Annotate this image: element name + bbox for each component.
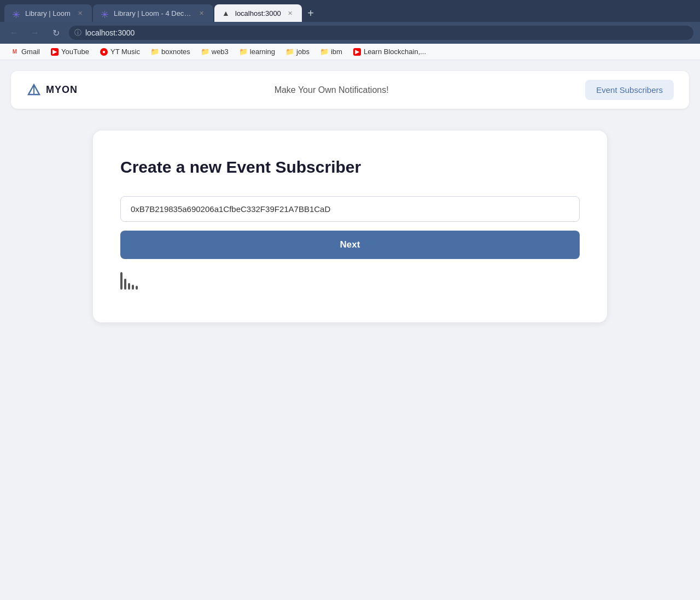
app-navbar: MYON Make Your Own Notifications! Event … — [11, 71, 689, 109]
tab-title-3: localhost:3000 — [235, 9, 281, 17]
folder-icon-ibm: 📁 — [320, 48, 328, 56]
waveform-bar-3 — [128, 283, 130, 290]
app-tagline: Make Your Own Notifications! — [275, 85, 389, 95]
address-wrapper: ⓘ — [69, 26, 693, 40]
gmail-icon: M — [11, 48, 19, 56]
form-title: Create a new Event Subscriber — [120, 158, 580, 177]
browser-chrome: ✳ Library | Loom ✕ ✳ Library | Loom - 4 … — [0, 0, 700, 60]
myon-logo-icon — [26, 83, 42, 98]
bookmark-label-jobs: jobs — [296, 48, 310, 56]
bookmark-gmail[interactable]: M Gmail — [7, 46, 44, 57]
form-card: Create a new Event Subscriber Next — [93, 131, 607, 322]
tab-localhost[interactable]: ▲ localhost:3000 ✕ — [214, 4, 302, 22]
subscriber-address-input[interactable] — [120, 196, 580, 222]
tab-title-2: Library | Loom - 4 December 2 — [114, 9, 192, 17]
reload-button[interactable]: ↻ — [48, 25, 63, 40]
tab-close-2[interactable]: ✕ — [197, 9, 206, 17]
app-logo: MYON — [26, 83, 78, 98]
tab-close-1[interactable]: ✕ — [75, 9, 84, 17]
back-button[interactable]: ← — [7, 25, 22, 40]
bookmark-learning[interactable]: 📁 learning — [235, 46, 279, 57]
tab-library-loom[interactable]: ✳ Library | Loom ✕ — [4, 4, 92, 22]
tab-library-loom-dec[interactable]: ✳ Library | Loom - 4 December 2 ✕ — [93, 4, 213, 22]
bookmark-blockchain[interactable]: ▶ Learn Blockchain,... — [349, 46, 430, 57]
youtube-icon: ▶ — [51, 48, 59, 56]
bookmark-label-learning: learning — [250, 48, 275, 56]
bookmark-label-youtube: YouTube — [61, 48, 89, 56]
tab-title-1: Library | Loom — [25, 9, 71, 17]
address-input[interactable] — [69, 26, 693, 40]
bookmarks-bar: M Gmail ▶ YouTube ● YT Music 📁 boxnotes … — [0, 44, 700, 60]
folder-icon-web3: 📁 — [201, 48, 209, 56]
address-bar: ← → ↻ ⓘ — [0, 22, 700, 44]
bookmark-label-ytmusic: YT Music — [110, 48, 140, 56]
bookmark-ibm[interactable]: 📁 ibm — [316, 46, 347, 57]
logo-text: MYON — [46, 84, 78, 96]
waveform-bar-2 — [124, 279, 126, 290]
page-content: MYON Make Your Own Notifications! Event … — [0, 60, 700, 584]
bookmark-web3[interactable]: 📁 web3 — [197, 46, 233, 57]
tab-close-3[interactable]: ✕ — [285, 9, 294, 17]
waveform-icon — [120, 272, 580, 290]
bookmark-label-ibm: ibm — [331, 48, 342, 56]
new-tab-button[interactable]: + — [303, 5, 318, 21]
event-subscribers-button[interactable]: Event Subscribers — [585, 80, 674, 100]
snowflake-icon-2: ✳ — [101, 9, 109, 17]
bookmark-jobs[interactable]: 📁 jobs — [282, 46, 314, 57]
folder-icon-boxnotes: 📁 — [151, 48, 159, 56]
bookmark-ytmusic[interactable]: ● YT Music — [96, 46, 144, 57]
folder-icon-jobs: 📁 — [286, 48, 294, 56]
bookmark-youtube[interactable]: ▶ YouTube — [46, 46, 94, 57]
forward-button[interactable]: → — [27, 25, 43, 40]
tab-bar: ✳ Library | Loom ✕ ✳ Library | Loom - 4 … — [0, 0, 700, 22]
youtube-icon-2: ▶ — [353, 48, 361, 56]
bookmark-label-gmail: Gmail — [21, 48, 40, 56]
waveform-bar-5 — [136, 286, 138, 290]
folder-icon-learning: 📁 — [240, 48, 247, 56]
bookmark-label-web3: web3 — [212, 48, 229, 56]
waveform-bar-1 — [120, 272, 122, 290]
triangle-icon: ▲ — [222, 9, 231, 17]
next-button[interactable]: Next — [120, 231, 580, 259]
waveform-bar-4 — [132, 285, 134, 290]
ytmusic-icon: ● — [100, 48, 108, 56]
bookmark-label-blockchain: Learn Blockchain,... — [364, 48, 426, 56]
snowflake-icon: ✳ — [12, 9, 21, 17]
lock-icon: ⓘ — [74, 28, 81, 38]
bookmark-label-boxnotes: boxnotes — [161, 48, 190, 56]
bookmark-boxnotes[interactable]: 📁 boxnotes — [147, 46, 195, 57]
